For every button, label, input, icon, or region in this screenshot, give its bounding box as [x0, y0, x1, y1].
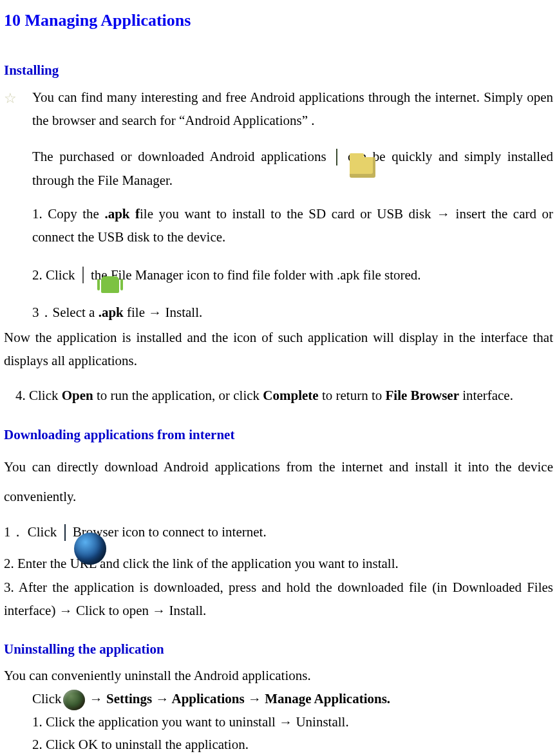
installing-line-2: The purchased or downloaded Android appl…: [32, 145, 553, 193]
page-title: 10 Managing Applications: [4, 6, 553, 35]
complete-bold: Complete: [263, 388, 318, 403]
star-icon: ☆: [4, 86, 32, 110]
installing-step-3-after: Now the application is installed and the…: [4, 326, 553, 372]
installing-star-item: ☆ You can find many interesting and free…: [4, 86, 553, 132]
file-browser-bold: File Browser: [385, 388, 459, 403]
text-segment: 3．Select a: [32, 305, 99, 320]
installing-star-text: You can find many interesting and free A…: [32, 86, 553, 132]
apk-bold-2: .apk: [99, 305, 124, 320]
downloading-intro: You can directly download Android applic…: [4, 452, 553, 511]
settings-path-bold: → Settings → Applications → Manage Appli…: [86, 691, 391, 706]
text-segment: Click: [32, 691, 62, 706]
open-bold: Open: [62, 388, 93, 403]
downloading-step-3: 3. After the application is downloaded, …: [4, 576, 553, 622]
uninstalling-heading: Uninstalling the application: [4, 638, 553, 661]
downloading-heading: Downloading applications from internet: [4, 424, 553, 447]
uninstalling-intro: You can conveniently uninstall the Andro…: [4, 665, 553, 688]
installing-step-1: 1. Copy the .apk file you want to instal…: [32, 203, 553, 249]
apk-bold: .apk f: [104, 206, 140, 222]
text-segment: 1. Copy the: [32, 206, 104, 222]
settings-globe-icon: [63, 690, 85, 710]
text-segment: to run the application, or click: [93, 388, 263, 403]
text-segment: to return to: [319, 388, 386, 403]
uninstalling-step-1: 1. Click the application you want to uni…: [32, 711, 553, 734]
installing-step-3: 3．Select a .apk file → Install.: [32, 301, 553, 325]
folder-icon: [336, 146, 337, 169]
text-segment: 4. Click: [15, 388, 62, 403]
text-segment: 2. Click: [32, 267, 75, 283]
text-segment: The purchased or downloaded Android appl…: [32, 149, 326, 165]
file-manager-icon: [82, 264, 84, 287]
text-segment: 1． Click: [4, 524, 57, 540]
text-segment: file → Install.: [124, 305, 202, 320]
installing-step-4: 4. Click Open to run the application, or…: [15, 384, 553, 408]
browser-icon: [64, 522, 66, 545]
downloading-step-1: 1． Click Browser icon to connect to inte…: [4, 521, 553, 545]
installing-heading: Installing: [4, 59, 553, 82]
installing-step-2: 2. Click the File Manager icon to find f…: [32, 263, 553, 287]
uninstalling-step-2: 2. Click OK to uninstall the application…: [32, 733, 553, 756]
text-segment: interface.: [459, 388, 513, 403]
uninstalling-click-path: Click → Settings → Applications → Manage…: [32, 688, 553, 711]
text-segment: the File Manager icon to find file folde…: [91, 267, 421, 283]
